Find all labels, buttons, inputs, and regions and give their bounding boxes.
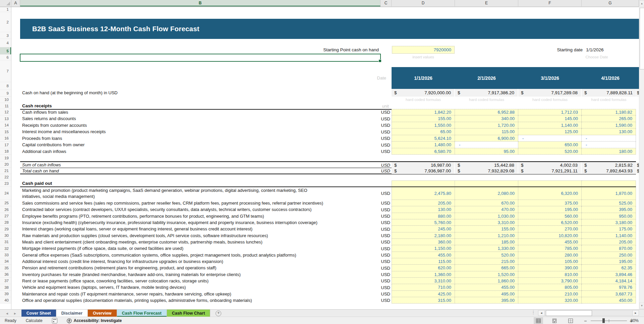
value-cell[interactable]: -	[582, 135, 636, 142]
value-cell[interactable]: -	[455, 142, 518, 148]
fill-handle[interactable]	[378, 59, 382, 62]
column-header-e[interactable]: E	[455, 0, 518, 6]
row-label-cell[interactable]: Interest charges (working capital loans,…	[20, 226, 380, 232]
row-header-12[interactable]: 12	[0, 109, 11, 115]
row-label-cell[interactable]: Employee benefits programs (PTO, retirem…	[20, 213, 380, 219]
tabs-scroll-left-icon[interactable]: ◄	[5, 312, 9, 315]
value-cell[interactable]: 1,330.00	[455, 245, 518, 252]
row-header-34[interactable]: 34	[0, 258, 11, 265]
row-header-8[interactable]: 8	[0, 82, 11, 90]
row-header-29[interactable]: 29	[0, 226, 11, 232]
vertical-scrollbar-thumb[interactable]	[640, 8, 644, 69]
value-cell[interactable]: 710.00	[392, 284, 455, 291]
unit-cell[interactable]: USD	[380, 148, 392, 155]
row-label-cell[interactable]: Receipts from customer accounts	[20, 122, 380, 128]
unit-cell[interactable]: USD	[380, 239, 392, 245]
unit-cell[interactable]: USD	[380, 258, 392, 265]
row-header-25[interactable]: 25	[0, 200, 11, 206]
scroll-left-icon[interactable]: ◄	[538, 310, 545, 316]
row-header-20[interactable]: 20	[0, 161, 11, 168]
value-cell[interactable]: 155.00	[392, 115, 455, 122]
value-cell[interactable]: 215.00	[455, 258, 518, 265]
row-header-21[interactable]: 21	[0, 168, 11, 174]
value-cell[interactable]: 265.00	[582, 115, 636, 122]
value-cell[interactable]: 978.76	[582, 284, 636, 291]
value-cell[interactable]: 650.00	[518, 142, 582, 148]
horizontal-scrollbar-thumb[interactable]	[546, 310, 592, 316]
column-header-c[interactable]: C	[380, 0, 392, 6]
row-header-10[interactable]: 10	[0, 97, 11, 103]
value-cell[interactable]: 560.00	[518, 213, 582, 219]
total-cell[interactable]: $7,921,291.11	[518, 168, 582, 174]
value-cell[interactable]: 6,520.00	[518, 219, 582, 226]
row-header-26[interactable]: 26	[0, 206, 11, 213]
value-cell[interactable]: 130.00	[392, 206, 455, 213]
value-cell[interactable]: 6,320.00	[518, 187, 582, 200]
value-cell[interactable]: 395.00	[455, 297, 518, 304]
value-cell[interactable]: 115.00	[455, 128, 518, 135]
section-header-cash-paid-out[interactable]: Cash paid out	[20, 181, 636, 187]
new-sheet-button[interactable]: +	[216, 310, 221, 317]
value-cell[interactable]: 115.00	[392, 258, 455, 265]
unit-cell[interactable]: USD	[380, 187, 392, 200]
row-header-11[interactable]: 11	[0, 103, 11, 109]
row-label-cell[interactable]: Insurance (excluding health) (cybersecur…	[20, 219, 380, 226]
row-label-cell[interactable]: Sales returns and discounts	[20, 115, 380, 122]
unit-cell[interactable]: USD	[380, 213, 392, 219]
value-cell[interactable]: 245.00	[392, 226, 455, 232]
value-cell[interactable]: -	[582, 142, 636, 148]
value-cell[interactable]: 1,360.00	[392, 271, 455, 278]
value-cell[interactable]: 195.00	[518, 206, 582, 213]
value-cell[interactable]: 1,590.00	[582, 122, 636, 128]
zoom-level[interactable]: 80%	[624, 317, 639, 324]
value-cell[interactable]: 315.00	[392, 297, 455, 304]
unit-cell[interactable]: USD	[380, 252, 392, 258]
value-cell[interactable]: 1,140.00	[582, 232, 636, 239]
row-label-cell[interactable]: Vehicle and equipment leases (laptops, s…	[20, 284, 380, 291]
row-label-cell[interactable]: Office and operational supplies (documen…	[20, 297, 380, 304]
row-label-cell[interactable]: Rent or lease payments (office space, co…	[20, 278, 380, 284]
value-cell[interactable]: 1,520.00	[455, 271, 518, 278]
cash-on-hand-cell[interactable]: $7,917,386.20	[455, 89, 518, 97]
value-cell[interactable]: 130.00	[582, 128, 636, 135]
value-cell[interactable]: 3,687.73	[582, 291, 636, 297]
row-label-cell[interactable]: Pension and retirement contributions (re…	[20, 265, 380, 271]
sheet-tab-cover-sheet[interactable]: Cover Sheet	[21, 310, 56, 317]
value-cell[interactable]: 670.00	[455, 200, 518, 206]
row-header-13[interactable]: 13	[0, 115, 11, 122]
value-cell[interactable]: 280.00	[518, 252, 582, 258]
unit-cell[interactable]: USD	[380, 142, 392, 148]
row-header-31[interactable]: 31	[0, 239, 11, 245]
row-header-16[interactable]: 16	[0, 135, 11, 142]
unit-cell[interactable]: USD	[380, 168, 392, 174]
value-cell[interactable]: 525.00	[582, 200, 636, 206]
row-label-cell[interactable]: Maintenance and repair costs (IT equipme…	[20, 291, 380, 297]
value-cell[interactable]: 870.00	[582, 245, 636, 252]
value-cell[interactable]: 145.00	[518, 115, 582, 122]
month-header[interactable]: 4/1/2026	[582, 67, 639, 89]
cash-on-hand-cell[interactable]: $7,889,828.11	[582, 89, 636, 97]
value-cell[interactable]: 3,894.46	[582, 271, 636, 278]
value-cell[interactable]: 95.00	[455, 148, 518, 155]
unit-cell[interactable]: USD	[380, 200, 392, 206]
sheet-tab-overview[interactable]: Overview	[88, 310, 117, 317]
column-header-d[interactable]: D	[392, 0, 455, 6]
row-label-cell[interactable]: Additional cash inflows	[20, 148, 380, 155]
unit-cell[interactable]: USD	[380, 265, 392, 271]
tabbar-resize-grip[interactable]: ⋮⋮	[532, 311, 534, 316]
column-header-f[interactable]: F	[518, 0, 582, 6]
calculate-status[interactable]: Calculate	[26, 318, 43, 323]
row-label-cell[interactable]: Proceeds from loans	[20, 135, 380, 142]
row-header-36[interactable]: 36	[0, 271, 11, 278]
scroll-down-icon[interactable]: ▼	[639, 303, 644, 309]
value-cell[interactable]: 270.00	[518, 226, 582, 232]
value-cell[interactable]: 455.00	[455, 284, 518, 291]
value-cell[interactable]: 805.00	[518, 284, 582, 291]
select-all-corner[interactable]	[0, 0, 11, 6]
row-header-27[interactable]: 27	[0, 213, 11, 219]
column-header-a[interactable]: A	[11, 0, 20, 6]
value-cell[interactable]: 1,210.00	[455, 232, 518, 239]
row-header-22[interactable]: 22	[0, 174, 11, 180]
sheet-tab-cash-flow-chart[interactable]: Cash Flow Chart	[167, 310, 211, 317]
value-cell[interactable]: 425.00	[392, 291, 455, 297]
